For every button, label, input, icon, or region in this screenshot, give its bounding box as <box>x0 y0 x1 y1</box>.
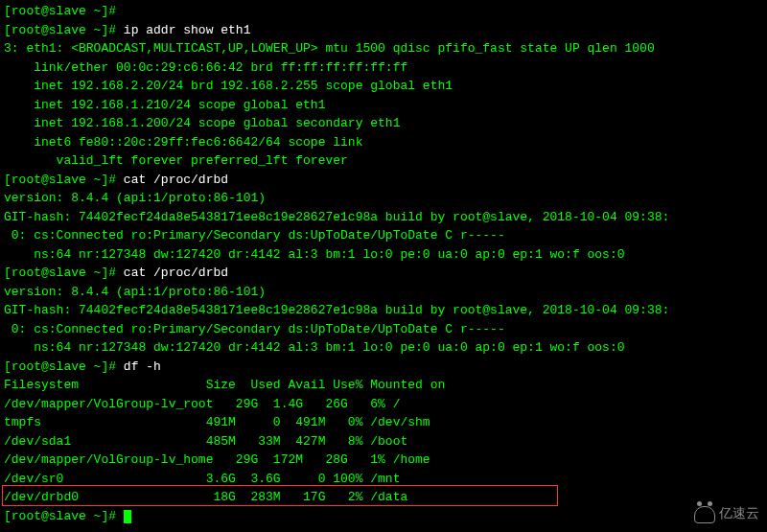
drbd-conn1: 0: cs:Connected ro:Primary/Secondary ds:… <box>4 226 763 245</box>
cmd-cat-drbd2: cat /proc/drbd <box>124 266 228 280</box>
cloud-icon <box>694 506 715 523</box>
drbd-conn2: 0: cs:Connected ro:Primary/Secondary ds:… <box>4 320 763 339</box>
prompt-line-ip: [root@slave ~]# ip addr show eth1 <box>4 21 763 40</box>
prompt-line-df: [root@slave ~]# df -h <box>4 358 763 377</box>
drbd-git2: GIT-hash: 74402fecf24da8e5438171ee8c19e2… <box>4 301 763 320</box>
watermark: 亿速云 <box>694 504 759 524</box>
drbd-version1: version: 8.4.4 (api:1/proto:86-101) <box>4 189 763 208</box>
df-row-drbd0: /dev/drbd0 18G 283M 17G 2% /data <box>4 488 763 507</box>
partial-prev-line: [root@slave ~]# <box>4 2 763 21</box>
cursor-block <box>124 510 131 523</box>
prompt-line-drbd1: [root@slave ~]# cat /proc/drbd <box>4 171 763 190</box>
df-row-home: /dev/mapper/VolGroup-lv_home 29G 172M 28… <box>4 451 763 470</box>
cmd-ip-addr: ip addr show eth1 <box>124 23 251 37</box>
cmd-cat-drbd1: cat /proc/drbd <box>124 173 228 187</box>
df-row-root: /dev/mapper/VolGroup-lv_root 29G 1.4G 26… <box>4 395 763 414</box>
cmd-df-h: df -h <box>124 359 161 374</box>
ip-inet1: inet 192.168.2.20/24 brd 192.168.2.255 s… <box>4 77 763 96</box>
drbd-version2: version: 8.4.4 (api:1/proto:86-101) <box>4 283 763 302</box>
df-row-tmpfs: tmpfs 491M 0 491M 0% /dev/shm <box>4 413 763 432</box>
prompt-line-cursor[interactable]: [root@slave ~]# <box>4 507 763 526</box>
df-row-sr0: /dev/sr0 3.6G 3.6G 0 100% /mnt <box>4 470 763 489</box>
drbd-stats2: ns:64 nr:127348 dw:127420 dr:4142 al:3 b… <box>4 338 763 358</box>
ip-inet6: inet6 fe80::20c:29ff:fec6:6642/64 scope … <box>4 133 763 152</box>
ip-header: 3: eth1: <BROADCAST,MULTICAST,UP,LOWER_U… <box>4 39 763 58</box>
ip-inet3: inet 192.168.1.200/24 scope global secon… <box>4 114 763 133</box>
ip-link-ether: link/ether 00:0c:29:c6:66:42 brd ff:ff:f… <box>4 58 763 78</box>
ip-valid-lft: valid_lft forever preferred_lft forever <box>4 151 763 171</box>
drbd-git1: GIT-hash: 74402fecf24da8e5438171ee8c19e2… <box>4 208 763 227</box>
df-row-sda1: /dev/sda1 485M 33M 427M 8% /boot <box>4 432 763 451</box>
ip-inet2: inet 192.168.1.210/24 scope global eth1 <box>4 96 763 115</box>
df-header: Filesystem Size Used Avail Use% Mounted … <box>4 376 763 395</box>
prompt-line-drbd2: [root@slave ~]# cat /proc/drbd <box>4 264 763 283</box>
drbd-stats1: ns:64 nr:127348 dw:127420 dr:4142 al:3 b… <box>4 245 763 265</box>
watermark-text: 亿速云 <box>719 504 759 524</box>
